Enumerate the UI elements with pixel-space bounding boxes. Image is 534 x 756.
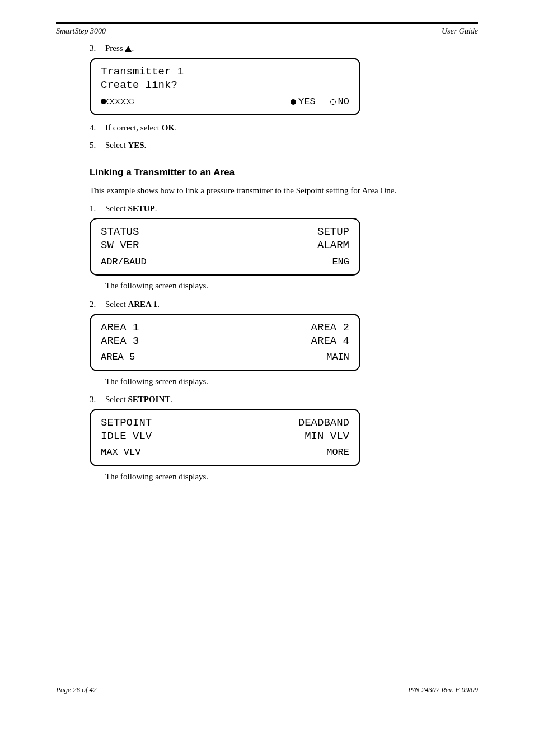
lcd3-ml: AREA 3 xyxy=(101,335,139,348)
lcd1-no-option: NO xyxy=(330,96,349,108)
lcd3-tl: AREA 1 xyxy=(101,321,139,334)
header-left: SmartStep 3000 xyxy=(56,27,106,36)
lcd2-mr: ALARM xyxy=(317,239,349,252)
lcd2-ml: SW VER xyxy=(101,239,139,252)
sec3-step2-label: AREA 1 xyxy=(128,300,157,309)
lcd-screen-2: STATUS SETUP SW VER ALARM ADR/BAUD ENG xyxy=(90,218,360,276)
page-dots-icon xyxy=(101,96,134,108)
followup-1: The following screen displays. xyxy=(90,280,478,291)
lcd-screen-4: SETPOINT DEADBAND IDLE VLV MIN VLV MAX V… xyxy=(90,409,360,466)
step5-label: YES xyxy=(128,141,144,150)
lcd2-br: ENG xyxy=(332,256,349,268)
open-dot-icon xyxy=(330,99,336,105)
sec2-step-1: 1. Select SETUP. xyxy=(90,204,478,213)
step-4: 4. If correct, select OK. xyxy=(90,123,478,133)
lcd4-tl: SETPOINT xyxy=(101,417,152,430)
lcd3-mr: AREA 4 xyxy=(311,335,349,348)
lcd4-bl: MAX VLV xyxy=(101,447,140,458)
header-right: User Guide xyxy=(442,27,478,36)
section2-body: This example shows how to link a pressur… xyxy=(90,185,478,196)
lcd1-yes-option: YES xyxy=(291,96,316,108)
lcd1-line1-left: Transmitter 1 xyxy=(101,66,184,78)
step-num: 3. xyxy=(90,44,105,53)
sec3-step-2: 2. Select AREA 1. xyxy=(90,300,478,309)
sec4-step3-label: SETPOINT xyxy=(128,395,170,404)
lcd4-ml: IDLE VLV xyxy=(101,430,152,443)
filled-dot-icon xyxy=(291,99,296,105)
sec4-step-3: 3. Select SETPOINT. xyxy=(90,395,478,404)
lcd-screen-1: Transmitter 1 Create link? YES xyxy=(90,58,360,115)
lcd4-tr: DEADBAND xyxy=(298,417,349,430)
followup-3: The following screen displays. xyxy=(90,471,478,482)
step4-label: OK xyxy=(162,123,175,132)
lcd2-bl: ADR/BAUD xyxy=(101,256,147,268)
lcd3-bl: AREA 5 xyxy=(101,352,135,363)
section-heading-linking: Linking a Transmitter to an Area xyxy=(90,167,478,178)
lcd4-br: MORE xyxy=(326,447,349,458)
step-text: Press . xyxy=(105,44,478,53)
lcd1-line2-left: Create link? xyxy=(101,79,177,92)
lcd2-tr: SETUP xyxy=(317,226,349,239)
lcd2-tl: STATUS xyxy=(101,226,139,239)
lcd3-br: MAIN xyxy=(326,352,349,363)
sec2-step1-label: SETUP xyxy=(128,204,154,213)
footer-page: Page 26 of 42 xyxy=(56,685,97,694)
step-5: 5. Select YES. xyxy=(90,141,478,150)
followup-2: The following screen displays. xyxy=(90,376,478,387)
lcd-screen-3: AREA 1 AREA 2 AREA 3 AREA 4 AREA 5 MAIN xyxy=(90,314,360,371)
step-3: 3. Press . xyxy=(90,44,478,53)
lcd3-tr: AREA 2 xyxy=(311,321,349,334)
triangle-up-icon xyxy=(125,46,132,52)
lcd4-mr: MIN VLV xyxy=(305,430,349,443)
footer-partno: P/N 24307 Rev. F 09/09 xyxy=(408,685,478,694)
